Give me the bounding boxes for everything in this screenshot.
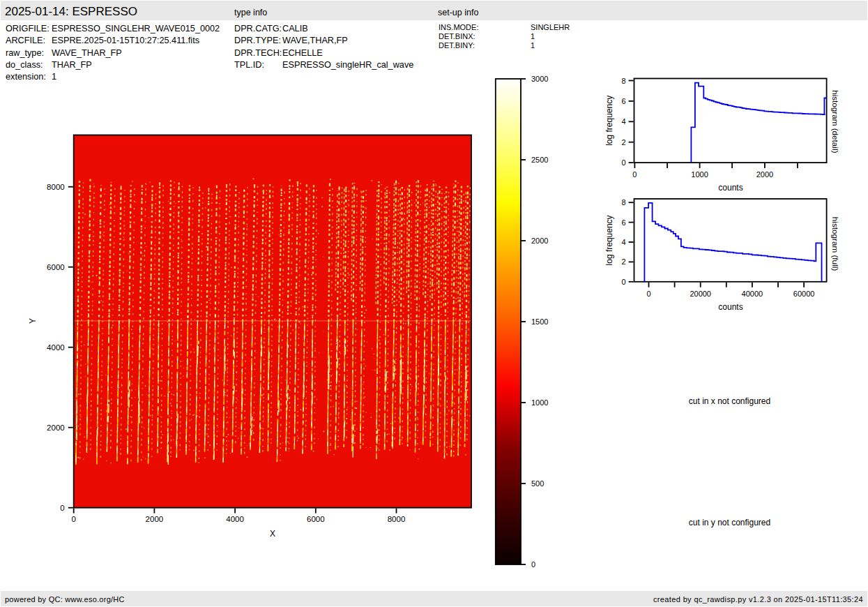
svg-text:6: 6 bbox=[621, 218, 625, 227]
svg-text:2000: 2000 bbox=[47, 424, 65, 432]
svg-text:histogram (detail): histogram (detail) bbox=[831, 90, 840, 153]
svg-text:2: 2 bbox=[621, 257, 625, 266]
svg-text:Y: Y bbox=[28, 318, 38, 324]
svg-text:0: 0 bbox=[621, 278, 625, 286]
svg-text:6000: 6000 bbox=[47, 263, 65, 271]
svg-text:cut in x not configured: cut in x not configured bbox=[689, 396, 770, 406]
svg-text:2500: 2500 bbox=[531, 156, 548, 164]
svg-text:60000: 60000 bbox=[793, 290, 815, 298]
svg-text:2000: 2000 bbox=[531, 237, 548, 245]
svg-text:0: 0 bbox=[646, 290, 650, 298]
svg-text:2000: 2000 bbox=[756, 170, 773, 179]
svg-text:4000: 4000 bbox=[226, 515, 244, 523]
svg-text:log frequency: log frequency bbox=[604, 96, 614, 146]
svg-text:X: X bbox=[270, 529, 275, 539]
svg-text:8000: 8000 bbox=[47, 183, 65, 191]
svg-text:2000: 2000 bbox=[146, 515, 164, 523]
svg-text:40000: 40000 bbox=[742, 290, 763, 298]
svg-text:1000: 1000 bbox=[531, 398, 548, 407]
svg-text:4: 4 bbox=[621, 117, 625, 126]
svg-text:8000: 8000 bbox=[388, 515, 406, 523]
svg-text:0: 0 bbox=[60, 504, 64, 512]
svg-text:3000: 3000 bbox=[531, 75, 548, 83]
svg-text:0: 0 bbox=[531, 560, 535, 569]
svg-text:6: 6 bbox=[621, 97, 625, 105]
svg-text:8: 8 bbox=[621, 198, 625, 207]
svg-text:6000: 6000 bbox=[307, 515, 325, 523]
svg-text:20000: 20000 bbox=[690, 290, 711, 298]
svg-text:counts: counts bbox=[718, 302, 743, 312]
svg-text:0: 0 bbox=[71, 515, 75, 523]
svg-text:4000: 4000 bbox=[47, 343, 65, 352]
svg-text:4: 4 bbox=[621, 238, 625, 246]
svg-text:log frequency: log frequency bbox=[604, 215, 614, 265]
svg-text:8: 8 bbox=[621, 77, 625, 85]
svg-text:counts: counts bbox=[718, 183, 743, 193]
svg-text:1000: 1000 bbox=[691, 170, 708, 179]
svg-text:0: 0 bbox=[632, 170, 637, 179]
svg-text:500: 500 bbox=[531, 479, 544, 488]
svg-text:0: 0 bbox=[621, 158, 625, 167]
svg-text:histogram (full): histogram (full) bbox=[831, 217, 840, 271]
svg-text:cut in y not configured: cut in y not configured bbox=[689, 518, 770, 527]
svg-text:1500: 1500 bbox=[531, 317, 548, 326]
svg-text:2: 2 bbox=[621, 138, 625, 147]
